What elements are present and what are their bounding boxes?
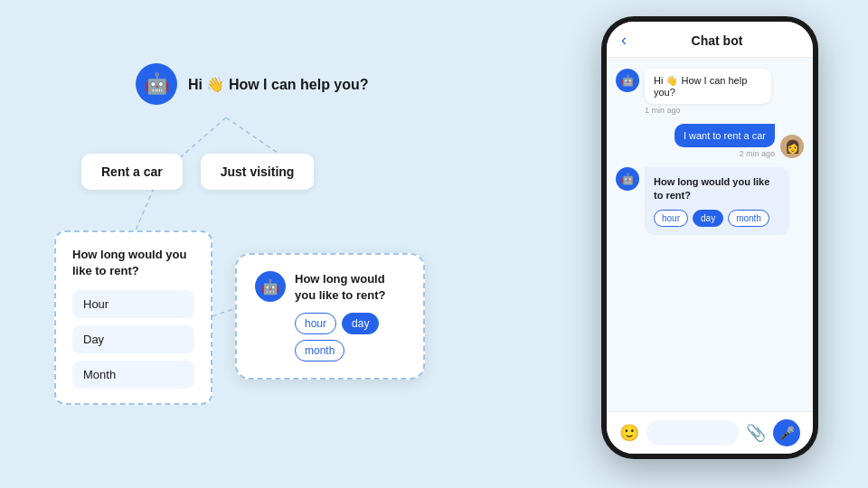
phone-header: ‹ Chat bot: [607, 22, 813, 58]
user-message-1-content: I want to rent a car 2 min ago: [675, 124, 775, 158]
phone-inner: ‹ Chat bot 🤖 Hi 👋 How I can help you? 1 …: [607, 22, 813, 454]
bot-message-1-content: Hi 👋 How I can help you? 1 min ago: [645, 69, 771, 115]
phone-footer: 🙂 📎 🎤: [607, 411, 813, 454]
phone-title: Chat bot: [636, 33, 798, 48]
mic-icon: 🎤: [779, 426, 795, 440]
user-bubble-1: I want to rent a car: [675, 124, 775, 147]
float-options-row: hour day month: [295, 313, 405, 361]
float-pill-month[interactable]: month: [295, 340, 344, 361]
user-avatar: 👩: [780, 135, 804, 158]
phone-wrapper: ‹ Chat bot 🤖 Hi 👋 How I can help you? 1 …: [601, 16, 818, 459]
phone-pills-row: hour day month: [654, 210, 780, 227]
rent-option-day[interactable]: Day: [72, 325, 194, 353]
float-card-content: How long would you like to rent? hour da…: [295, 271, 405, 361]
phone-outer: ‹ Chat bot 🤖 Hi 👋 How I can help you? 1 …: [601, 16, 818, 459]
message-input[interactable]: [646, 420, 739, 446]
option-boxes: Rent a car Just visiting: [81, 154, 314, 190]
float-pill-hour[interactable]: hour: [295, 313, 336, 334]
greeting-text: Hi 👋 How I can help you?: [188, 76, 369, 93]
greeting-bubble: 🤖 Hi 👋 How I can help you?: [136, 63, 369, 105]
float-chat-card: 🤖 How long would you like to rent? hour …: [235, 253, 425, 380]
float-pill-day[interactable]: day: [342, 313, 379, 334]
phone-pill-hour[interactable]: hour: [654, 210, 688, 227]
bot-icon-float: 🤖: [255, 271, 286, 302]
phone-pill-month[interactable]: month: [728, 210, 769, 227]
phone-pill-day[interactable]: day: [693, 210, 723, 227]
mic-button[interactable]: 🎤: [773, 419, 800, 446]
option-rent[interactable]: Rent a car: [81, 154, 183, 190]
user-time-1: 2 min ago: [675, 149, 775, 158]
phone-messages: 🤖 Hi 👋 How I can help you? 1 min ago I w…: [607, 58, 813, 411]
bot-bubble-1: Hi 👋 How I can help you?: [645, 69, 771, 104]
rent-card-title: How long would you like to rent?: [72, 247, 194, 279]
bot-card-message: 🤖 How long would you like to rent? hour …: [616, 167, 804, 235]
rent-option-month[interactable]: Month: [72, 361, 194, 389]
phone-card-title: How long would you like to rent?: [654, 175, 780, 203]
svg-line-2: [136, 188, 154, 230]
emoji-button[interactable]: 🙂: [619, 423, 639, 443]
user-message-1: I want to rent a car 2 min ago 👩: [616, 124, 804, 158]
phone-card-body: How long would you like to rent? hour da…: [645, 167, 789, 235]
bot-avatar-1: 🤖: [616, 69, 639, 92]
bot-time-1: 1 min ago: [645, 106, 771, 115]
attachment-button[interactable]: 📎: [746, 423, 766, 443]
float-card-title: How long would you like to rent?: [295, 271, 405, 304]
rent-card: How long would you like to rent? Hour Da…: [54, 230, 212, 405]
diagram-area: 🤖 Hi 👋 How I can help you? Rent a car Ju…: [27, 36, 416, 452]
option-visit[interactable]: Just visiting: [201, 154, 315, 190]
back-button[interactable]: ‹: [621, 31, 627, 50]
rent-option-hour[interactable]: Hour: [72, 290, 194, 318]
bot-message-1: 🤖 Hi 👋 How I can help you? 1 min ago: [616, 69, 804, 115]
bot-avatar-2: 🤖: [616, 167, 639, 191]
bot-icon-greeting: 🤖: [136, 63, 177, 105]
